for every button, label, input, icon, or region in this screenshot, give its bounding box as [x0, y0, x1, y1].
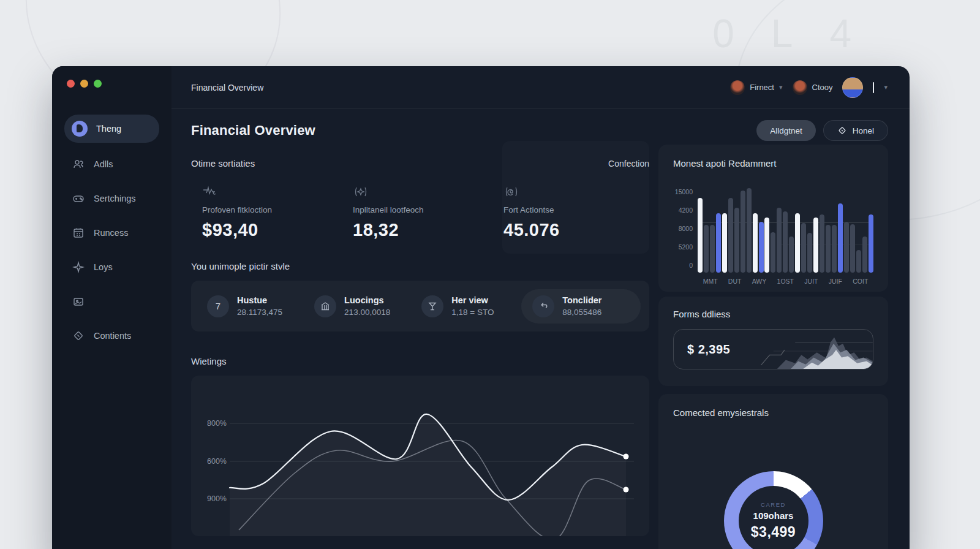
bar: [820, 214, 824, 273]
main-content: Financial Overview Firnect ▾ Ctooy ▾ Fin…: [172, 66, 910, 549]
scribble-chart-icon: [202, 184, 342, 199]
divider: [873, 82, 874, 93]
sidebar-item-label: Sertchings: [94, 194, 136, 203]
donut-chart: CARED 109ohars $3,499: [724, 471, 823, 549]
sidebar-item-adlls[interactable]: Adlls: [64, 151, 159, 177]
right-column: Monest apoti Redammert 15000 4200 8000 5…: [658, 145, 888, 549]
sidebar-item-runcess[interactable]: Runcess: [64, 220, 159, 246]
bar: [838, 203, 843, 273]
quick-value: 213.00,0018: [344, 308, 390, 317]
bar: [698, 198, 703, 273]
bar: [850, 224, 855, 273]
topbar: Financial Overview Firnect ▾ Ctooy ▾: [172, 66, 910, 109]
gamepad-icon: [72, 192, 85, 205]
sidebar-item-label: Adlls: [94, 159, 113, 169]
quick-value: 1,18 = STO: [451, 308, 494, 317]
x-axis-label: JUIF: [829, 278, 842, 285]
quick-label: Her view: [451, 295, 494, 305]
user-avatar: [793, 80, 807, 95]
app-logo: [72, 121, 88, 137]
minimize-window-button[interactable]: [80, 80, 88, 88]
bar: [759, 222, 764, 273]
bar: [777, 208, 782, 273]
image-icon: [72, 295, 85, 308]
bar: [826, 225, 831, 273]
x-axis-label: JUIT: [804, 278, 818, 285]
button-label: Honel: [853, 126, 874, 135]
sidebar-item-loys[interactable]: Loys: [64, 254, 159, 280]
background-ghost-glyphs: 0L4: [712, 11, 888, 56]
quick-item-herview: Her view 1,18 = STO: [414, 289, 521, 324]
chevron-down-icon: ▾: [779, 83, 783, 91]
y-axis-label: 900%: [207, 494, 227, 503]
quick-item-luocings: Luocings 213.00,0018: [307, 289, 414, 324]
window-controls: [64, 80, 159, 88]
stat-label: Profoven fitkloction: [202, 205, 342, 214]
button-label: Alldgtnet: [770, 126, 802, 135]
stat-card: Profoven fitkloction $93,40: [191, 184, 342, 240]
paren-star-icon: [353, 184, 492, 199]
bar: [789, 237, 794, 273]
wietings-section: Wietings 800% 600% 900%: [191, 356, 649, 536]
quick-item-tonclider: Tonclider 88,055486: [521, 289, 641, 324]
x-axis-label: COIT: [853, 278, 868, 285]
donut-panel: Comected emysiestrals CARED 109ohars $3,…: [658, 394, 888, 549]
bar: [753, 213, 758, 273]
user-label: Ctooy: [812, 83, 833, 92]
close-window-button[interactable]: [67, 80, 75, 88]
stat-label: Fort Actiontse: [503, 205, 643, 214]
bar: [813, 218, 818, 273]
return-arrow-icon: [532, 295, 554, 317]
workspace-label: Firnect: [750, 83, 774, 92]
app-window: Theng Adlls Sertchings Runcess Loys: [52, 66, 910, 549]
bar: [832, 225, 837, 273]
sidebar-item-theng[interactable]: Theng: [64, 115, 159, 143]
sidebar: Theng Adlls Sertchings Runcess Loys: [52, 66, 172, 549]
quick-section-title: You unimople pictir stvle: [191, 261, 649, 271]
bar: [716, 213, 721, 273]
bar: [710, 225, 715, 273]
bar: [722, 213, 727, 273]
stat-value: $93,40: [202, 220, 342, 240]
profile-avatar[interactable]: [842, 77, 863, 98]
page-header: Financial Overview Alldgtnet Honel: [191, 120, 888, 141]
sidebar-item-contients[interactable]: Contients: [64, 323, 159, 349]
donut-center: CARED 109ohars $3,499: [739, 486, 809, 549]
quick-label: Tonclider: [562, 295, 601, 305]
bar: [844, 222, 849, 273]
bar: [862, 237, 867, 273]
x-axis-label: DUT: [728, 278, 742, 285]
donut-label: 109ohars: [753, 510, 794, 521]
zoom-window-button[interactable]: [94, 80, 102, 88]
bar-plot: [698, 180, 873, 273]
wietings-chart: 800% 600% 900%: [191, 376, 649, 536]
y-axis-label: 0: [673, 262, 693, 269]
bar: [734, 208, 739, 273]
topbar-title: Financial Overview: [191, 83, 263, 93]
x-axis-label: 1OST: [777, 278, 794, 285]
sidebar-item-label: Contients: [94, 331, 131, 341]
honel-button[interactable]: Honel: [823, 120, 888, 141]
stat-value: 45.076: [503, 220, 643, 240]
quick-label: Luocings: [344, 295, 390, 305]
sidebar-item-media[interactable]: [64, 289, 159, 314]
bar: [795, 213, 800, 273]
page-body: Financial Overview Alldgtnet Honel: [172, 109, 910, 549]
donut-caption: CARED: [761, 501, 786, 508]
x-axis-label: MMT: [703, 278, 718, 285]
workspace-selector[interactable]: Firnect ▾: [730, 80, 782, 95]
line-chart-svg: [191, 376, 649, 536]
forms-value-box: $ 2,395: [673, 329, 873, 369]
bar: [747, 188, 752, 273]
sidebar-item-sertchings[interactable]: Sertchings: [64, 186, 159, 211]
y-axis-label: 5200: [673, 243, 693, 251]
forms-panel: Forms ddliess $ 2,395: [658, 297, 888, 386]
alldgtnet-button[interactable]: Alldgtnet: [756, 120, 816, 141]
bar: [741, 191, 745, 273]
topbar-right: Firnect ▾ Ctooy ▾: [730, 77, 888, 98]
secondary-user[interactable]: Ctooy: [793, 80, 833, 95]
quick-item-hustue: 7 Hustue 28.1173,475: [200, 289, 307, 324]
chevron-down-icon[interactable]: ▾: [884, 83, 888, 91]
bar: [771, 232, 775, 273]
y-axis-label: 800%: [207, 419, 227, 428]
